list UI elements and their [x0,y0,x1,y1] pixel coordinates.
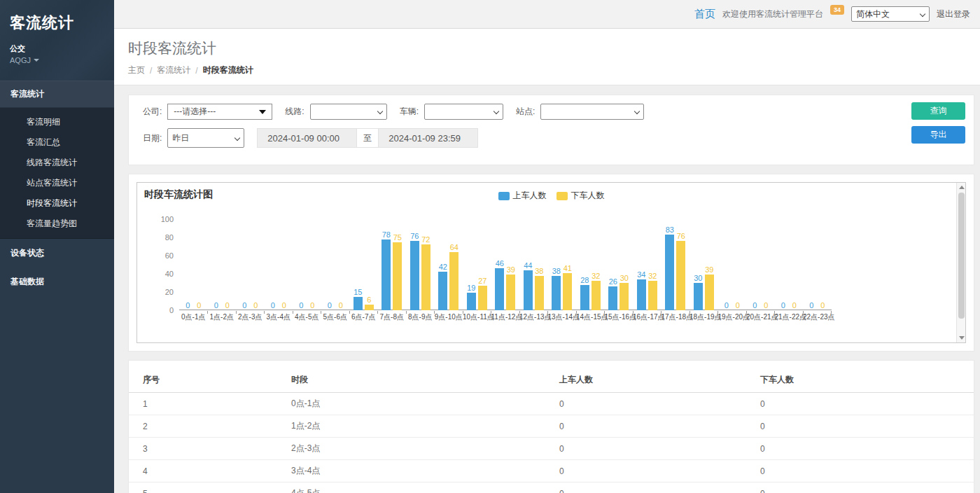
bar[interactable] [421,244,430,310]
table-cell: 0 [760,415,974,438]
bar[interactable] [393,242,402,311]
bar[interactable] [410,241,419,310]
sidebar-item[interactable]: 客流汇总 [0,132,114,153]
chart-category-group: 4438 [519,219,548,310]
bar-value-label: 0 [186,302,190,310]
chart-category-group: 00 [718,219,747,310]
breadcrumb-current: 时段客流统计 [203,64,253,76]
bar[interactable] [495,268,504,310]
bar[interactable] [467,293,476,310]
sidebar-item[interactable]: 线路客流统计 [0,153,114,173]
export-button[interactable]: 导出 [911,126,965,144]
user-menu[interactable]: AQGJ [10,56,104,64]
bar-column: 0 [790,219,799,310]
bar[interactable] [552,276,561,310]
scrollbar-thumb[interactable] [958,193,965,319]
scroll-up-icon[interactable] [959,186,965,189]
bar[interactable] [382,239,391,310]
x-axis-tick-label: 9点-10点 [435,312,463,322]
x-axis-tick-label: 4点-5点 [293,312,321,322]
bar[interactable] [478,286,487,310]
bar[interactable] [608,286,617,310]
bar-column: 46 [495,219,504,310]
x-axis-tick-label: 12点-13点 [519,312,548,322]
bar[interactable] [506,275,515,310]
vehicle-select[interactable] [424,104,503,120]
table-row[interactable]: 43点-4点00 [129,460,974,482]
bar-column: 0 [807,219,816,310]
bar[interactable] [694,283,703,310]
breadcrumb-separator: / [150,66,152,76]
date-label: 日期: [143,132,162,144]
bar[interactable] [676,241,685,310]
sidebar-item[interactable]: 客流量趋势图 [0,214,114,234]
company-select[interactable]: ---请选择--- [167,104,272,120]
query-button[interactable]: 查询 [911,102,965,120]
chart-header: 时段车流统计图 [144,188,948,201]
bar[interactable] [592,281,601,310]
chart-category-group: 3841 [548,219,577,310]
logout-link[interactable]: 退出登录 [937,8,970,20]
bar-value-label: 27 [478,277,486,285]
breadcrumb-home[interactable]: 主页 [128,64,145,76]
bar[interactable] [705,275,714,310]
station-select[interactable] [540,104,644,120]
bar-value-label: 0 [781,302,785,310]
bar[interactable] [563,273,572,310]
date-start-input[interactable]: 2024-01-09 00:00 [257,128,357,148]
chart-category-group: 8376 [662,219,690,310]
table-cell: 4点-5点 [291,482,559,493]
chart-category-group: 00 [803,219,832,310]
bar-value-label: 42 [439,263,447,271]
welcome-text: 欢迎使用客流统计管理平台 [722,8,823,20]
bar[interactable] [580,285,589,310]
breadcrumb-section[interactable]: 客流统计 [157,64,190,76]
sidebar-item[interactable]: 站点客流统计 [0,173,114,193]
bar[interactable] [438,272,447,310]
bar-column: 78 [382,219,391,310]
main-column: 首页 欢迎使用客流统计管理平台 34 简体中文 退出登录 时段客流统计 主页 /… [114,0,980,493]
bar[interactable] [365,305,374,310]
bar[interactable] [620,283,629,310]
bar-column: 83 [665,219,674,310]
sidebar-item[interactable]: 时段客流统计 [0,193,114,214]
sidebar-section[interactable]: 基础数据 [0,268,114,296]
table-row[interactable]: 10点-1点00 [129,393,974,415]
line-select[interactable] [310,104,387,120]
home-link[interactable]: 首页 [694,8,715,21]
sidebar-section[interactable]: 设备状态 [0,239,114,268]
y-axis-tick-label: 60 [147,251,174,260]
bar-value-label: 0 [242,302,246,310]
bar-value-label: 0 [310,302,314,310]
sidebar-item[interactable]: 客流明细 [0,112,114,132]
bar[interactable] [524,270,533,310]
bar-value-label: 0 [792,302,797,310]
table-row[interactable]: 32点-3点00 [129,438,974,460]
bar[interactable] [449,252,458,310]
line-select-wrap [310,104,387,120]
date-preset-select[interactable]: 昨日 [167,128,244,148]
legend-item[interactable]: 上车人数 [498,190,547,202]
sidebar-section[interactable]: 客流统计 [0,81,114,108]
date-end-input[interactable]: 2024-01-09 23:59 [378,128,478,148]
scroll-down-icon[interactable] [959,336,965,340]
bar-column: 39 [506,219,515,310]
table-row[interactable]: 54点-5点00 [129,482,974,493]
legend-item[interactable]: 下车人数 [556,190,605,202]
app-root: 客流统计 公交 AQGJ 客流统计客流明细客流汇总线路客流统计站点客流统计时段客… [0,0,980,493]
y-axis-tick-label: 40 [147,270,174,278]
bar[interactable] [535,276,544,310]
y-axis-tick-label: 100 [147,215,174,223]
legend-label: 上车人数 [513,190,547,202]
table-cell: 0 [559,393,760,415]
bar[interactable] [354,297,363,311]
notification-badge[interactable]: 34 [830,5,844,15]
bar[interactable] [665,235,674,310]
table-row[interactable]: 21点-2点00 [129,415,974,438]
bar[interactable] [648,281,657,310]
chart-scrollbar[interactable] [956,183,965,342]
table-cell: 0 [760,438,974,460]
bar[interactable] [637,279,646,310]
language-select[interactable]: 简体中文 [851,6,930,22]
chart-category-group: 00 [775,219,804,310]
